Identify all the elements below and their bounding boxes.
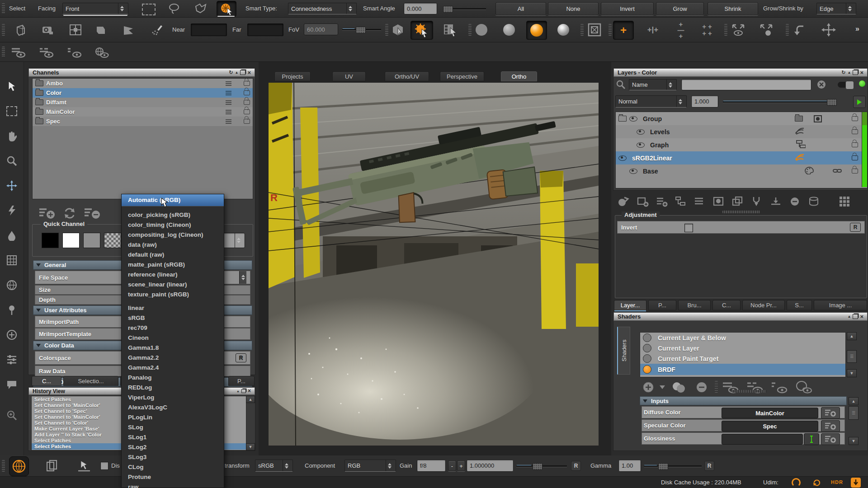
channel-row[interactable]: MainColor [33, 107, 253, 117]
symmetry-y-icon[interactable]: +—+ [672, 22, 690, 38]
gain-minus-button[interactable]: - [448, 460, 456, 471]
pan-hand-tool-icon[interactable] [5, 130, 18, 142]
gamma-reset-button[interactable]: R [704, 461, 714, 471]
duplicate-layer-icon[interactable] [731, 195, 745, 208]
layers-panel-titlebar[interactable]: Layers - Color ↻ ▲ × [613, 68, 868, 77]
lock-icon[interactable] [244, 81, 250, 86]
channel-row-selected[interactable]: Color [33, 88, 253, 98]
lock-icon[interactable] [852, 169, 858, 174]
patch-grid-icon[interactable] [68, 23, 83, 37]
colorspace-menu-item[interactable]: color_timing (Cineon) [122, 220, 224, 230]
lock-icon[interactable] [852, 155, 858, 160]
show-selected-layers-icon[interactable] [38, 46, 55, 59]
smart-angle-slider[interactable] [443, 5, 486, 12]
layer-row-graph[interactable]: Graph [616, 138, 867, 151]
colorspace-menu-item[interactable]: ViperLog [122, 393, 224, 403]
glossiness-add-layer-button[interactable] [821, 433, 840, 445]
colorspace-menu-item[interactable]: texture_paint (sRGB) [122, 290, 224, 300]
grid-view-icon[interactable] [837, 195, 852, 208]
layer-opacity-field[interactable]: 1.000 [691, 95, 718, 108]
magic-wand-patch-select-icon[interactable] [217, 1, 236, 17]
select-none-button[interactable]: None [548, 2, 599, 15]
transform-move-icon[interactable] [819, 23, 838, 37]
panel-splitter[interactable] [732, 390, 766, 393]
slider-list-tool-icon[interactable] [5, 353, 18, 366]
group-grip[interactable] [468, 24, 472, 36]
grow-shrink-by-dropdown[interactable]: Edge [816, 3, 856, 14]
panel-collapse-icon[interactable]: ▲ [847, 70, 851, 75]
near-field[interactable] [191, 23, 227, 36]
quick-swatch-transparent[interactable] [104, 233, 121, 248]
specular-color-value[interactable]: Spec [722, 421, 818, 432]
select-grow-button[interactable]: Grow [656, 2, 704, 15]
add-adjustment-layer-icon[interactable] [636, 195, 650, 208]
colorspace-menu-item[interactable]: default (raw) [122, 250, 224, 260]
towel-grid-tool-icon[interactable] [5, 254, 18, 267]
quick-size-stepper[interactable] [235, 233, 242, 248]
group-grip[interactable] [724, 24, 727, 36]
panel-close-icon[interactable]: × [247, 70, 251, 75]
history-scroll-down[interactable]: ▼ [246, 443, 255, 450]
component-stepper[interactable] [386, 460, 393, 471]
lock-icon[interactable] [852, 142, 858, 147]
group-grip[interactable] [786, 24, 789, 36]
colorspace-reset-button[interactable]: R [236, 353, 246, 362]
viewport-tab-uv[interactable]: UV [332, 71, 366, 81]
shaders-panel-titlebar[interactable]: Shaders ▲ × [613, 312, 868, 321]
play-cache-button[interactable] [853, 96, 866, 108]
inputs-scroll-down[interactable]: ▼ [849, 437, 859, 445]
radio-icon-active[interactable] [643, 365, 651, 374]
toolbar-grip[interactable] [2, 47, 5, 57]
viewport-tab-projects[interactable]: Projects [274, 71, 311, 81]
toolbar-grip[interactable] [2, 460, 5, 472]
tab-layers[interactable]: Layer... [614, 300, 646, 310]
visibility-eye-icon[interactable] [629, 169, 637, 174]
tab-selection-groups[interactable]: Selectio... [63, 376, 118, 386]
gain-slider[interactable] [516, 463, 567, 469]
lock-icon[interactable] [244, 119, 250, 124]
add-shader-menu-caret-icon[interactable] [659, 384, 666, 391]
shader-option[interactable]: Current Paint Target [640, 353, 845, 364]
select-shrink-button[interactable]: Shrink [708, 2, 758, 15]
display-transform-checkbox[interactable] [100, 462, 108, 470]
symmetry-xy-icon[interactable]: + ++ + [697, 22, 717, 38]
shader-list-scroll-down[interactable]: ▼ [847, 369, 857, 377]
specular-add-layer-button[interactable] [821, 420, 840, 432]
tab-patches[interactable]: P... [228, 376, 255, 386]
panel-float-icon[interactable] [853, 70, 858, 75]
smart-type-dropdown[interactable]: Connectedness [288, 3, 357, 14]
colorspace-menu-item[interactable]: sRGB [122, 313, 224, 323]
lock-icon[interactable] [244, 90, 250, 95]
quick-swatch-white[interactable] [62, 233, 80, 248]
inputs-scroll-up[interactable]: ▲ [849, 397, 859, 405]
paint-sphere-tool-icon[interactable] [5, 279, 18, 291]
history-scroll-up[interactable]: ▲ [246, 396, 255, 403]
gamma-value-field[interactable]: 1.00 [618, 460, 641, 472]
panel-float-icon[interactable] [241, 389, 246, 393]
camera-projector-icon[interactable] [41, 23, 55, 37]
panel-float-icon[interactable] [240, 70, 245, 75]
diffuse-add-layer-button[interactable] [821, 407, 840, 419]
framed-region-icon[interactable] [586, 23, 603, 37]
refresh-status-icon[interactable] [812, 478, 822, 487]
panel-close-icon[interactable]: × [860, 70, 863, 75]
flatten-layer-icon[interactable] [769, 195, 783, 208]
panel-float-icon[interactable] [853, 314, 858, 319]
glossiness-value-field[interactable] [722, 434, 803, 445]
invert-reset-button[interactable]: R [850, 223, 861, 232]
colorspace-menu-item[interactable]: PLogLin [122, 413, 224, 422]
select-all-button[interactable]: All [495, 2, 546, 15]
colorspace-menu-item[interactable]: Gamma2.2 [122, 353, 224, 363]
select-invert-button[interactable]: Invert [601, 2, 654, 15]
snapshot-page-icon[interactable] [44, 459, 60, 473]
panel-close-icon[interactable]: × [860, 314, 863, 319]
add-item-tool-icon[interactable] [5, 328, 18, 341]
facing-dropdown[interactable]: Front [62, 3, 128, 14]
channel-row[interactable]: Diffamt [33, 98, 253, 107]
tab-channels-short[interactable]: C... [32, 376, 61, 386]
shading-flat-icon[interactable] [473, 23, 490, 37]
shader-option[interactable]: Current Layer [640, 343, 845, 353]
smart-type-stepper[interactable] [346, 3, 354, 14]
fov-field[interactable]: 60.000 [304, 23, 338, 35]
layer-opacity-slider[interactable] [723, 99, 836, 105]
